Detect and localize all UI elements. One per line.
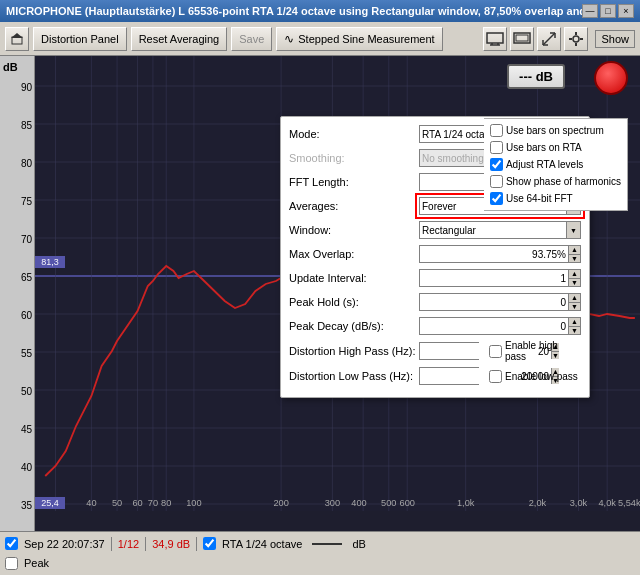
peak-decay-label: Peak Decay (dB/s): — [289, 320, 419, 332]
max-overlap-up[interactable]: ▲ — [569, 246, 580, 255]
db-50: 50 — [2, 386, 32, 397]
status-checkbox-1[interactable] — [5, 537, 18, 550]
svg-text:40: 40 — [86, 498, 96, 508]
window-select[interactable]: Rectangular — [420, 222, 566, 238]
status-db-label: dB — [352, 538, 365, 550]
svg-rect-2 — [487, 33, 503, 43]
status-rta-label: RTA 1/24 octave — [222, 538, 302, 550]
svg-marker-1 — [11, 33, 23, 38]
update-interval-control[interactable]: ▲ ▼ — [419, 269, 581, 287]
max-overlap-control[interactable]: ▲ ▼ — [419, 245, 581, 263]
svg-text:500: 500 — [381, 498, 396, 508]
status-divider-2 — [145, 537, 146, 551]
peak-decay-control[interactable]: ▲ ▼ — [419, 317, 581, 335]
peak-decay-row: Peak Decay (dB/s): ▲ ▼ — [289, 316, 581, 336]
use-64bit-fft-checkbox[interactable] — [490, 192, 503, 205]
window-label: Window: — [289, 224, 419, 236]
svg-text:60: 60 — [132, 498, 142, 508]
stepped-sine-button[interactable]: ∿ Stepped Sine Measurement — [276, 27, 442, 51]
resize-icon-button[interactable] — [537, 27, 561, 51]
distortion-panel-button[interactable]: Distortion Panel — [33, 27, 127, 51]
reset-averaging-button[interactable]: Reset Averaging — [131, 27, 228, 51]
status-line-indicator — [312, 543, 342, 545]
close-button[interactable]: × — [618, 4, 634, 18]
use-bars-rta-row: Use bars on RTA — [490, 141, 621, 154]
status-divider-3 — [196, 537, 197, 551]
update-interval-down[interactable]: ▼ — [569, 279, 580, 287]
svg-rect-14 — [575, 32, 577, 35]
max-overlap-input[interactable] — [420, 246, 568, 262]
svg-rect-17 — [580, 38, 583, 40]
dist-lowpass-control[interactable]: ▲ ▼ Enable low pass — [419, 367, 581, 385]
dist-highpass-label: Distortion High Pass (Hz): — [289, 345, 419, 357]
status-divider-1 — [111, 537, 112, 551]
peak-decay-input[interactable] — [420, 318, 568, 334]
show-phase-harmonics-checkbox[interactable] — [490, 175, 503, 188]
svg-text:50: 50 — [112, 498, 122, 508]
svg-text:1,0k: 1,0k — [457, 498, 475, 508]
max-overlap-row: Max Overlap: ▲ ▼ — [289, 244, 581, 264]
chart-area[interactable]: 81,3 --- dB — [35, 56, 640, 531]
db-toggle-button[interactable]: --- dB — [507, 64, 565, 89]
show-button[interactable]: Show — [595, 30, 635, 48]
speaker-icon-button[interactable] — [510, 27, 534, 51]
svg-rect-15 — [575, 43, 577, 46]
db-85: 85 — [2, 120, 32, 131]
peak-decay-down[interactable]: ▼ — [569, 327, 580, 335]
adjust-rta-levels-checkbox[interactable] — [490, 158, 503, 171]
window-controls[interactable]: — □ × — [582, 4, 634, 18]
db-35: 35 — [2, 500, 32, 511]
toolbar: Distortion Panel Reset Averaging Save ∿ … — [0, 22, 640, 56]
bottom-value-box: 25,4 — [35, 497, 65, 509]
adjust-rta-levels-row: Adjust RTA levels — [490, 158, 621, 171]
peak-hold-input[interactable] — [420, 294, 568, 310]
settings-icon-button[interactable] — [564, 27, 588, 51]
svg-point-13 — [573, 36, 579, 42]
status-peak-label: Peak — [24, 557, 49, 569]
right-checkboxes: Use bars on spectrum Use bars on RTA Adj… — [484, 118, 628, 211]
enable-lowpass-group: Enable low pass — [489, 370, 578, 383]
save-button[interactable]: Save — [231, 27, 272, 51]
use-bars-rta-checkbox[interactable] — [490, 141, 503, 154]
max-overlap-down[interactable]: ▼ — [569, 255, 580, 263]
svg-text:300: 300 — [325, 498, 340, 508]
maximize-button[interactable]: □ — [600, 4, 616, 18]
status-fraction: 1/12 — [118, 538, 139, 550]
update-interval-up[interactable]: ▲ — [569, 270, 580, 279]
enable-lowpass-checkbox[interactable] — [489, 370, 502, 383]
svg-text:5,54kHz: 5,54kHz — [618, 498, 640, 508]
use-bars-spectrum-row: Use bars on spectrum — [490, 124, 621, 137]
minimize-button[interactable]: — — [582, 4, 598, 18]
db-80: 80 — [2, 158, 32, 169]
db-90: 90 — [2, 82, 32, 93]
peak-hold-down[interactable]: ▼ — [569, 303, 580, 311]
status-peak-checkbox[interactable] — [5, 557, 18, 570]
peak-hold-control[interactable]: ▲ ▼ — [419, 293, 581, 311]
dist-lowpass-row: Distortion Low Pass (Hz): ▲ ▼ Enable low… — [289, 366, 581, 386]
dist-highpass-row: Distortion High Pass (Hz): ▲ ▼ Enable hi… — [289, 340, 581, 362]
enable-highpass-group: Enable high pass — [489, 340, 581, 362]
status-checkbox-2[interactable] — [203, 537, 216, 550]
db-axis: dB 90 85 80 75 70 65 60 55 50 45 40 35 — [0, 56, 35, 531]
update-interval-input[interactable] — [420, 270, 568, 286]
enable-highpass-checkbox[interactable] — [489, 345, 502, 358]
use-bars-spectrum-label: Use bars on spectrum — [506, 125, 604, 136]
show-phase-harmonics-label: Show phase of harmonics — [506, 176, 621, 187]
db-45: 45 — [2, 424, 32, 435]
adjust-rta-levels-label: Adjust RTA levels — [506, 159, 583, 170]
smoothing-label: Smoothing: — [289, 152, 419, 164]
window-control[interactable]: Rectangular ▼ — [419, 221, 581, 239]
record-button[interactable] — [594, 61, 628, 95]
dist-highpass-control[interactable]: ▲ ▼ Enable high pass — [419, 340, 581, 362]
main-area: dB 90 85 80 75 70 65 60 55 50 45 40 35 8… — [0, 56, 640, 531]
sine-wave-icon: ∿ — [284, 32, 294, 46]
peak-decay-up[interactable]: ▲ — [569, 318, 580, 327]
toolbar-right: Show — [483, 27, 635, 51]
update-interval-row: Update Interval: ▲ ▼ — [289, 268, 581, 288]
window-title: MICROPHONE (Hauptlautstärke) L 65536-poi… — [6, 5, 582, 17]
peak-hold-up[interactable]: ▲ — [569, 294, 580, 303]
status-bar: Sep 22 20:07:37 1/12 34,9 dB RTA 1/24 oc… — [0, 531, 640, 575]
use-bars-spectrum-checkbox[interactable] — [490, 124, 503, 137]
home-icon-button[interactable] — [5, 27, 29, 51]
monitor-icon-button[interactable] — [483, 27, 507, 51]
